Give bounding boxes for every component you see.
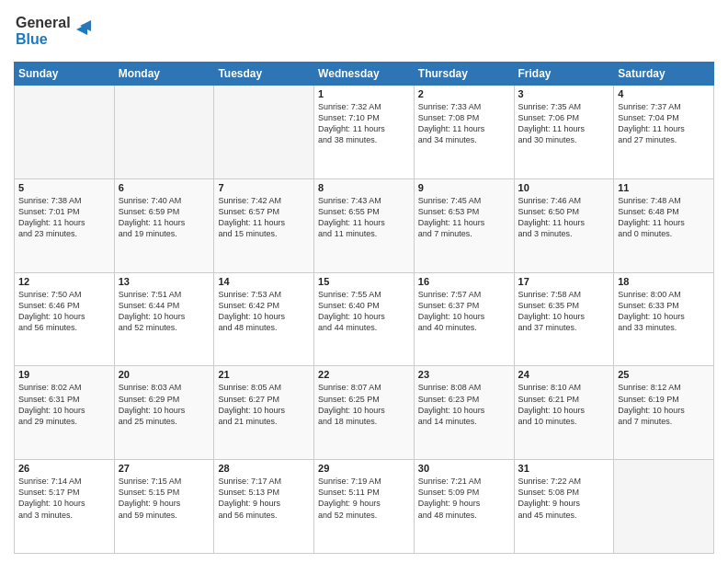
calendar-cell: 7Sunrise: 7:42 AM Sunset: 6:57 PM Daylig… (214, 178, 314, 272)
calendar-cell: 2Sunrise: 7:33 AM Sunset: 7:08 PM Daylig… (414, 86, 514, 179)
calendar-cell: 3Sunrise: 7:35 AM Sunset: 7:06 PM Daylig… (514, 86, 614, 179)
day-number: 30 (418, 463, 510, 474)
calendar-header-row: SundayMondayTuesdayWednesdayThursdayFrid… (15, 63, 714, 86)
calendar-cell: 27Sunrise: 7:15 AM Sunset: 5:15 PM Dayli… (114, 460, 214, 554)
day-info: Sunrise: 7:40 AM Sunset: 6:59 PM Dayligh… (119, 195, 210, 240)
calendar-cell: 9Sunrise: 7:45 AM Sunset: 6:53 PM Daylig… (414, 178, 514, 272)
day-number: 3 (518, 88, 610, 99)
day-number: 24 (518, 369, 610, 380)
calendar-cell: 17Sunrise: 7:58 AM Sunset: 6:35 PM Dayli… (514, 272, 614, 366)
day-info: Sunrise: 7:48 AM Sunset: 6:48 PM Dayligh… (618, 195, 710, 240)
day-number: 14 (218, 276, 310, 287)
calendar-week-row: 1Sunrise: 7:32 AM Sunset: 7:10 PM Daylig… (15, 86, 714, 179)
day-info: Sunrise: 7:33 AM Sunset: 7:08 PM Dayligh… (418, 101, 510, 146)
calendar-cell (614, 460, 714, 554)
day-header-monday: Monday (114, 63, 214, 86)
day-number: 18 (618, 276, 710, 287)
calendar-cell: 29Sunrise: 7:19 AM Sunset: 5:11 PM Dayli… (314, 460, 415, 554)
day-info: Sunrise: 7:38 AM Sunset: 7:01 PM Dayligh… (18, 195, 110, 240)
calendar-cell: 22Sunrise: 8:07 AM Sunset: 6:25 PM Dayli… (314, 366, 415, 460)
calendar-cell: 12Sunrise: 7:50 AM Sunset: 6:46 PM Dayli… (15, 272, 115, 366)
calendar-week-row: 19Sunrise: 8:02 AM Sunset: 6:31 PM Dayli… (15, 366, 714, 460)
calendar-cell: 23Sunrise: 8:08 AM Sunset: 6:23 PM Dayli… (414, 366, 514, 460)
calendar-cell: 20Sunrise: 8:03 AM Sunset: 6:29 PM Dayli… (114, 366, 214, 460)
calendar-cell: 19Sunrise: 8:02 AM Sunset: 6:31 PM Dayli… (15, 366, 115, 460)
day-info: Sunrise: 7:51 AM Sunset: 6:44 PM Dayligh… (119, 289, 210, 334)
calendar-cell: 11Sunrise: 7:48 AM Sunset: 6:48 PM Dayli… (614, 178, 714, 272)
day-number: 12 (18, 276, 110, 287)
day-info: Sunrise: 7:57 AM Sunset: 6:37 PM Dayligh… (418, 289, 510, 334)
day-number: 17 (518, 276, 610, 287)
day-info: Sunrise: 7:37 AM Sunset: 7:04 PM Dayligh… (618, 101, 710, 146)
day-number: 21 (218, 369, 310, 380)
day-number: 19 (18, 369, 110, 380)
day-header-wednesday: Wednesday (314, 63, 415, 86)
day-number: 11 (618, 182, 710, 193)
calendar-cell: 6Sunrise: 7:40 AM Sunset: 6:59 PM Daylig… (114, 178, 214, 272)
day-number: 13 (119, 276, 210, 287)
day-number: 27 (119, 463, 210, 474)
header: General Blue (14, 9, 714, 54)
day-info: Sunrise: 7:15 AM Sunset: 5:15 PM Dayligh… (119, 476, 210, 521)
calendar-cell: 25Sunrise: 8:12 AM Sunset: 6:19 PM Dayli… (614, 366, 714, 460)
calendar-week-row: 5Sunrise: 7:38 AM Sunset: 7:01 PM Daylig… (15, 178, 714, 272)
day-number: 26 (18, 463, 110, 474)
calendar-cell (214, 86, 314, 179)
day-info: Sunrise: 8:07 AM Sunset: 6:25 PM Dayligh… (318, 382, 410, 427)
day-info: Sunrise: 7:46 AM Sunset: 6:50 PM Dayligh… (518, 195, 610, 240)
calendar-cell: 24Sunrise: 8:10 AM Sunset: 6:21 PM Dayli… (514, 366, 614, 460)
calendar-cell: 8Sunrise: 7:43 AM Sunset: 6:55 PM Daylig… (314, 178, 415, 272)
calendar-week-row: 26Sunrise: 7:14 AM Sunset: 5:17 PM Dayli… (15, 460, 714, 554)
calendar-cell: 1Sunrise: 7:32 AM Sunset: 7:10 PM Daylig… (314, 86, 415, 179)
day-number: 29 (318, 463, 410, 474)
day-header-thursday: Thursday (414, 63, 514, 86)
svg-text:General: General (16, 15, 71, 30)
day-number: 6 (119, 182, 210, 193)
day-header-friday: Friday (514, 63, 614, 86)
day-number: 15 (318, 276, 410, 287)
calendar-cell: 13Sunrise: 7:51 AM Sunset: 6:44 PM Dayli… (114, 272, 214, 366)
day-number: 20 (119, 369, 210, 380)
day-number: 8 (318, 182, 410, 193)
page: General Blue SundayMondayTuesdayWednesda… (0, 0, 728, 563)
day-info: Sunrise: 7:58 AM Sunset: 6:35 PM Dayligh… (518, 289, 610, 334)
day-info: Sunrise: 8:10 AM Sunset: 6:21 PM Dayligh… (518, 382, 610, 427)
calendar-cell: 4Sunrise: 7:37 AM Sunset: 7:04 PM Daylig… (614, 86, 714, 179)
calendar-body: 1Sunrise: 7:32 AM Sunset: 7:10 PM Daylig… (15, 86, 714, 554)
day-info: Sunrise: 7:42 AM Sunset: 6:57 PM Dayligh… (218, 195, 310, 240)
day-info: Sunrise: 8:08 AM Sunset: 6:23 PM Dayligh… (418, 382, 510, 427)
day-info: Sunrise: 8:00 AM Sunset: 6:33 PM Dayligh… (618, 289, 710, 334)
calendar-table: SundayMondayTuesdayWednesdayThursdayFrid… (14, 62, 714, 554)
day-number: 9 (418, 182, 510, 193)
day-info: Sunrise: 7:55 AM Sunset: 6:40 PM Dayligh… (318, 289, 410, 334)
day-header-tuesday: Tuesday (214, 63, 314, 86)
day-info: Sunrise: 7:45 AM Sunset: 6:53 PM Dayligh… (418, 195, 510, 240)
calendar-week-row: 12Sunrise: 7:50 AM Sunset: 6:46 PM Dayli… (15, 272, 714, 366)
day-info: Sunrise: 7:53 AM Sunset: 6:42 PM Dayligh… (218, 289, 310, 334)
calendar-cell: 21Sunrise: 8:05 AM Sunset: 6:27 PM Dayli… (214, 366, 314, 460)
calendar-cell: 18Sunrise: 8:00 AM Sunset: 6:33 PM Dayli… (614, 272, 714, 366)
day-info: Sunrise: 7:43 AM Sunset: 6:55 PM Dayligh… (318, 195, 410, 240)
day-number: 10 (518, 182, 610, 193)
calendar-cell: 14Sunrise: 7:53 AM Sunset: 6:42 PM Dayli… (214, 272, 314, 366)
day-number: 28 (218, 463, 310, 474)
day-info: Sunrise: 7:14 AM Sunset: 5:17 PM Dayligh… (18, 476, 110, 521)
day-number: 23 (418, 369, 510, 380)
svg-text:Blue: Blue (16, 31, 48, 47)
day-info: Sunrise: 7:22 AM Sunset: 5:08 PM Dayligh… (518, 476, 610, 521)
day-info: Sunrise: 7:19 AM Sunset: 5:11 PM Dayligh… (318, 476, 410, 521)
calendar-cell: 5Sunrise: 7:38 AM Sunset: 7:01 PM Daylig… (15, 178, 115, 272)
day-number: 2 (418, 88, 510, 99)
day-info: Sunrise: 7:17 AM Sunset: 5:13 PM Dayligh… (218, 476, 310, 521)
calendar-cell (114, 86, 214, 179)
day-info: Sunrise: 8:05 AM Sunset: 6:27 PM Dayligh… (218, 382, 310, 427)
day-info: Sunrise: 8:03 AM Sunset: 6:29 PM Dayligh… (119, 382, 210, 427)
calendar-cell: 10Sunrise: 7:46 AM Sunset: 6:50 PM Dayli… (514, 178, 614, 272)
day-number: 7 (218, 182, 310, 193)
day-info: Sunrise: 8:02 AM Sunset: 6:31 PM Dayligh… (18, 382, 110, 427)
day-number: 22 (318, 369, 410, 380)
calendar-cell: 30Sunrise: 7:21 AM Sunset: 5:09 PM Dayli… (414, 460, 514, 554)
calendar-cell (15, 86, 115, 179)
calendar-cell: 15Sunrise: 7:55 AM Sunset: 6:40 PM Dayli… (314, 272, 415, 366)
day-number: 1 (318, 88, 410, 99)
